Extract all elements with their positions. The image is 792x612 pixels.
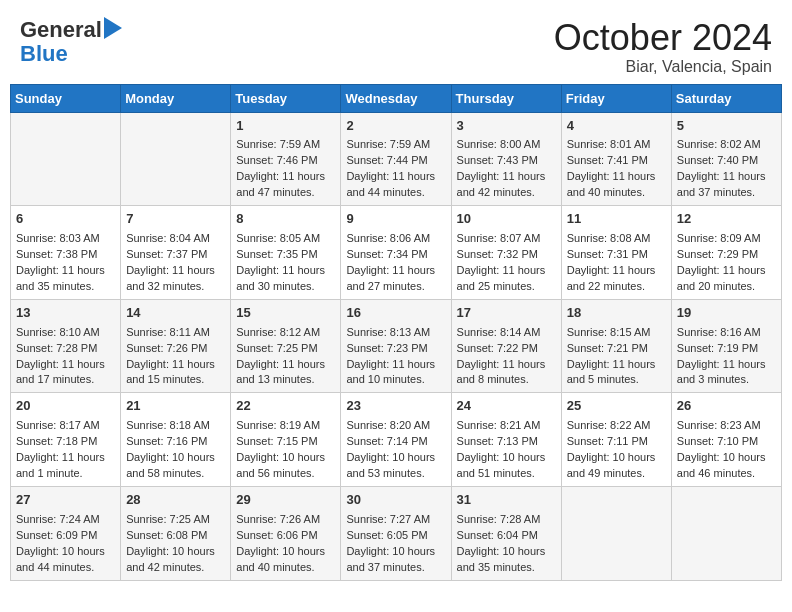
day-number: 5	[677, 117, 776, 136]
day-info: Sunset: 7:10 PM	[677, 434, 776, 450]
day-info: Sunset: 7:40 PM	[677, 153, 776, 169]
day-info: Sunrise: 8:08 AM	[567, 231, 666, 247]
day-info: Daylight: 11 hours and 5 minutes.	[567, 357, 666, 389]
day-info: Daylight: 11 hours and 15 minutes.	[126, 357, 225, 389]
day-info: Daylight: 11 hours and 3 minutes.	[677, 357, 776, 389]
day-number: 28	[126, 491, 225, 510]
day-info: Sunrise: 8:18 AM	[126, 418, 225, 434]
svg-marker-0	[104, 17, 122, 39]
calendar-cell	[121, 112, 231, 206]
calendar-cell: 30Sunrise: 7:27 AMSunset: 6:05 PMDayligh…	[341, 486, 451, 580]
day-info: Sunrise: 8:17 AM	[16, 418, 115, 434]
day-info: Sunrise: 8:03 AM	[16, 231, 115, 247]
calendar-cell: 1Sunrise: 7:59 AMSunset: 7:46 PMDaylight…	[231, 112, 341, 206]
day-number: 23	[346, 397, 445, 416]
day-number: 16	[346, 304, 445, 323]
calendar-cell: 17Sunrise: 8:14 AMSunset: 7:22 PMDayligh…	[451, 299, 561, 393]
calendar-cell: 25Sunrise: 8:22 AMSunset: 7:11 PMDayligh…	[561, 393, 671, 487]
day-info: Sunrise: 8:06 AM	[346, 231, 445, 247]
calendar-table: SundayMondayTuesdayWednesdayThursdayFrid…	[10, 84, 782, 581]
day-info: Daylight: 11 hours and 32 minutes.	[126, 263, 225, 295]
calendar-cell: 21Sunrise: 8:18 AMSunset: 7:16 PMDayligh…	[121, 393, 231, 487]
calendar-cell: 19Sunrise: 8:16 AMSunset: 7:19 PMDayligh…	[671, 299, 781, 393]
day-number: 21	[126, 397, 225, 416]
day-info: Sunset: 7:13 PM	[457, 434, 556, 450]
day-info: Daylight: 11 hours and 44 minutes.	[346, 169, 445, 201]
day-info: Daylight: 10 hours and 56 minutes.	[236, 450, 335, 482]
day-info: Sunset: 7:28 PM	[16, 341, 115, 357]
day-info: Sunrise: 8:21 AM	[457, 418, 556, 434]
day-info: Sunset: 7:43 PM	[457, 153, 556, 169]
weekday-header-saturday: Saturday	[671, 84, 781, 112]
page-header: General Blue October 2024 Biar, Valencia…	[10, 10, 782, 76]
calendar-cell: 29Sunrise: 7:26 AMSunset: 6:06 PMDayligh…	[231, 486, 341, 580]
calendar-cell: 18Sunrise: 8:15 AMSunset: 7:21 PMDayligh…	[561, 299, 671, 393]
calendar-body: 1Sunrise: 7:59 AMSunset: 7:46 PMDaylight…	[11, 112, 782, 580]
day-number: 19	[677, 304, 776, 323]
day-number: 7	[126, 210, 225, 229]
calendar-week-row: 27Sunrise: 7:24 AMSunset: 6:09 PMDayligh…	[11, 486, 782, 580]
day-info: Sunset: 7:25 PM	[236, 341, 335, 357]
calendar-cell: 2Sunrise: 7:59 AMSunset: 7:44 PMDaylight…	[341, 112, 451, 206]
calendar-week-row: 6Sunrise: 8:03 AMSunset: 7:38 PMDaylight…	[11, 206, 782, 300]
day-info: Sunset: 7:31 PM	[567, 247, 666, 263]
day-number: 17	[457, 304, 556, 323]
calendar-cell: 16Sunrise: 8:13 AMSunset: 7:23 PMDayligh…	[341, 299, 451, 393]
logo-blue: Blue	[20, 41, 68, 66]
calendar-header: SundayMondayTuesdayWednesdayThursdayFrid…	[11, 84, 782, 112]
day-info: Daylight: 11 hours and 20 minutes.	[677, 263, 776, 295]
day-info: Sunrise: 7:59 AM	[346, 137, 445, 153]
day-info: Sunset: 7:26 PM	[126, 341, 225, 357]
day-number: 29	[236, 491, 335, 510]
day-info: Daylight: 10 hours and 49 minutes.	[567, 450, 666, 482]
calendar-cell: 6Sunrise: 8:03 AMSunset: 7:38 PMDaylight…	[11, 206, 121, 300]
day-number: 4	[567, 117, 666, 136]
calendar-week-row: 13Sunrise: 8:10 AMSunset: 7:28 PMDayligh…	[11, 299, 782, 393]
day-info: Daylight: 11 hours and 30 minutes.	[236, 263, 335, 295]
day-info: Daylight: 11 hours and 1 minute.	[16, 450, 115, 482]
day-info: Daylight: 11 hours and 27 minutes.	[346, 263, 445, 295]
calendar-cell: 20Sunrise: 8:17 AMSunset: 7:18 PMDayligh…	[11, 393, 121, 487]
day-info: Sunrise: 8:02 AM	[677, 137, 776, 153]
day-number: 11	[567, 210, 666, 229]
day-info: Daylight: 11 hours and 10 minutes.	[346, 357, 445, 389]
day-info: Sunrise: 8:11 AM	[126, 325, 225, 341]
day-info: Sunset: 7:14 PM	[346, 434, 445, 450]
day-info: Sunset: 7:22 PM	[457, 341, 556, 357]
calendar-cell: 4Sunrise: 8:01 AMSunset: 7:41 PMDaylight…	[561, 112, 671, 206]
day-info: Sunrise: 7:25 AM	[126, 512, 225, 528]
day-number: 8	[236, 210, 335, 229]
day-info: Sunrise: 8:16 AM	[677, 325, 776, 341]
day-info: Sunset: 7:41 PM	[567, 153, 666, 169]
day-info: Daylight: 10 hours and 35 minutes.	[457, 544, 556, 576]
day-number: 25	[567, 397, 666, 416]
day-info: Sunrise: 8:20 AM	[346, 418, 445, 434]
calendar-week-row: 20Sunrise: 8:17 AMSunset: 7:18 PMDayligh…	[11, 393, 782, 487]
day-number: 18	[567, 304, 666, 323]
day-number: 22	[236, 397, 335, 416]
weekday-header-wednesday: Wednesday	[341, 84, 451, 112]
day-info: Sunset: 7:18 PM	[16, 434, 115, 450]
day-info: Daylight: 11 hours and 42 minutes.	[457, 169, 556, 201]
day-number: 1	[236, 117, 335, 136]
day-info: Sunrise: 8:12 AM	[236, 325, 335, 341]
day-info: Daylight: 11 hours and 40 minutes.	[567, 169, 666, 201]
weekday-header-monday: Monday	[121, 84, 231, 112]
calendar-cell	[11, 112, 121, 206]
day-info: Daylight: 10 hours and 40 minutes.	[236, 544, 335, 576]
calendar-cell: 5Sunrise: 8:02 AMSunset: 7:40 PMDaylight…	[671, 112, 781, 206]
calendar-cell: 23Sunrise: 8:20 AMSunset: 7:14 PMDayligh…	[341, 393, 451, 487]
day-info: Sunrise: 8:07 AM	[457, 231, 556, 247]
day-info: Sunset: 7:34 PM	[346, 247, 445, 263]
day-info: Sunrise: 8:10 AM	[16, 325, 115, 341]
calendar-cell: 12Sunrise: 8:09 AMSunset: 7:29 PMDayligh…	[671, 206, 781, 300]
day-info: Sunset: 7:44 PM	[346, 153, 445, 169]
calendar-cell: 3Sunrise: 8:00 AMSunset: 7:43 PMDaylight…	[451, 112, 561, 206]
day-info: Sunset: 7:37 PM	[126, 247, 225, 263]
day-number: 2	[346, 117, 445, 136]
day-info: Sunrise: 8:09 AM	[677, 231, 776, 247]
day-info: Sunrise: 8:22 AM	[567, 418, 666, 434]
calendar-cell: 22Sunrise: 8:19 AMSunset: 7:15 PMDayligh…	[231, 393, 341, 487]
day-info: Daylight: 11 hours and 37 minutes.	[677, 169, 776, 201]
day-info: Sunset: 7:35 PM	[236, 247, 335, 263]
